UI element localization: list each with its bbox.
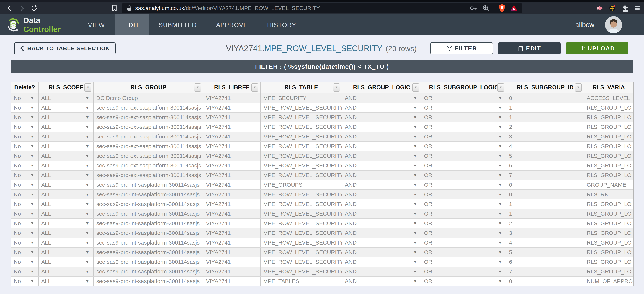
cell-rls_table[interactable]: MPE_ROW_LEVEL_SECURITY [260,209,342,218]
cell-delete?[interactable]: No▼ [11,93,38,103]
cell-rls_subgroup_id[interactable]: 4 [506,238,584,247]
cell-rls_libref[interactable]: VIYA2741 [204,267,260,276]
cell-rls_table[interactable]: MPE_ROW_LEVEL_SECURITY [260,171,342,180]
column-filter-button[interactable]: ▼ [333,83,340,92]
cell-rls_table[interactable]: MPE_ROW_LEVEL_SECURITY [260,267,342,276]
cell-rls_libref[interactable]: VIYA2741 [204,171,260,180]
column-filter-button[interactable]: ▼ [251,83,258,92]
cell-rls_subgroup_logic[interactable]: OR▼ [422,200,506,209]
cell-rls_subgroup_logic[interactable]: OR▼ [422,277,506,286]
cell-rls_varia[interactable]: RLS_GROUP_LO [584,142,634,151]
cell-rls_subgroup_logic[interactable]: OR▼ [422,190,506,199]
browser-back-icon[interactable] [6,4,13,12]
brave-shield-icon[interactable] [498,4,506,12]
nav-item-submitted[interactable]: SUBMITTED [149,14,206,35]
cell-delete?[interactable]: No▼ [11,219,38,228]
cell-rls_varia[interactable]: RLS_GROUP_LO [584,238,634,247]
cell-rls_subgroup_logic[interactable]: OR▼ [422,257,506,267]
cell-rls_group[interactable]: sec-sas9-prd-int-sasplatform-300114sasjs [94,238,204,247]
cell-delete?[interactable]: No▼ [11,257,38,267]
menu-hamburger-icon[interactable] [634,4,641,12]
cell-rls_libref[interactable]: VIYA2741 [204,103,260,112]
cell-delete?[interactable]: No▼ [11,161,38,170]
cell-rls_scope[interactable]: ALL▼ [38,190,94,199]
cell-rls_group_logic[interactable]: AND▼ [342,219,422,228]
cell-rls_varia[interactable]: RLS_GROUP_LO [584,219,634,228]
cell-rls_group_logic[interactable]: AND▼ [342,190,422,199]
cell-rls_libref[interactable]: VIYA2741 [204,228,260,238]
cell-rls_scope[interactable]: ALL▼ [38,248,94,257]
cell-rls_scope[interactable]: ALL▼ [38,267,94,276]
cell-rls_table[interactable]: MPE_SECURITY [260,93,342,103]
zoom-icon[interactable] [482,4,490,12]
cell-delete?[interactable]: No▼ [11,132,38,141]
cell-rls_subgroup_id[interactable]: 5 [506,248,584,257]
cell-rls_scope[interactable]: ALL▼ [38,113,94,122]
cell-rls_group_logic[interactable]: AND▼ [342,257,422,267]
cell-rls_table[interactable]: MPE_ROW_LEVEL_SECURITY [260,113,342,122]
cell-rls_scope[interactable]: ALL▼ [38,257,94,267]
column-filter-button[interactable]: ▼ [575,83,582,92]
cell-rls_subgroup_logic[interactable]: OR▼ [422,122,506,132]
cell-rls_subgroup_logic[interactable]: OR▼ [422,171,506,180]
cell-delete?[interactable]: No▼ [11,277,38,286]
cell-rls_subgroup_id[interactable]: 4 [506,142,584,151]
cell-rls_varia[interactable]: RLS_GROUP_LO [584,209,634,218]
cell-rls_scope[interactable]: ALL▼ [38,180,94,189]
edit-button[interactable]: EDIT [498,42,561,54]
cell-rls_subgroup_logic[interactable]: OR▼ [422,228,506,238]
cell-rls_subgroup_logic[interactable]: OR▼ [422,132,506,141]
filter-button[interactable]: FILTER [430,42,493,54]
cell-rls_table[interactable]: MPE_ROW_LEVEL_SECURITY [260,142,342,151]
cell-rls_group_logic[interactable]: AND▼ [342,161,422,170]
cell-delete?[interactable]: No▼ [11,171,38,180]
cell-rls_group[interactable]: sec-sas9-prd-int-sasplatform-300114sasjs [94,257,204,267]
cell-rls_group_logic[interactable]: AND▼ [342,228,422,238]
cell-rls_libref[interactable]: VIYA2741 [204,180,260,189]
cell-rls_subgroup_logic[interactable]: OR▼ [422,103,506,112]
cell-delete?[interactable]: No▼ [11,267,38,276]
cell-rls_group[interactable]: sec-sas9-prd-ext-sasplatform-300114sasjs [94,142,204,151]
cell-rls_libref[interactable]: VIYA2741 [204,122,260,132]
cell-rls_libref[interactable]: VIYA2741 [204,93,260,103]
user-avatar[interactable] [605,16,622,33]
key-icon[interactable] [470,4,478,12]
cell-rls_libref[interactable]: VIYA2741 [204,113,260,122]
cell-delete?[interactable]: No▼ [11,180,38,189]
cell-rls_group_logic[interactable]: AND▼ [342,103,422,112]
cell-rls_group[interactable]: sec-sas9-prd-int-sasplatform-300114sasjs [94,180,204,189]
cell-delete?[interactable]: No▼ [11,228,38,238]
cell-rls_libref[interactable]: VIYA2741 [204,200,260,209]
cell-rls_subgroup_logic[interactable]: OR▼ [422,142,506,151]
cell-rls_group[interactable]: sec-sas9-prd-int-sasplatform-300114sasjs [94,248,204,257]
cell-rls_table[interactable]: MPE_ROW_LEVEL_SECURITY [260,219,342,228]
browser-reload-icon[interactable] [30,4,38,12]
cell-rls_varia[interactable]: RLS_GROUP_LO [584,113,634,122]
cell-delete?[interactable]: No▼ [11,142,38,151]
cell-rls_scope[interactable]: ALL▼ [38,228,94,238]
cell-delete?[interactable]: No▼ [11,122,38,132]
cell-rls_scope[interactable]: ALL▼ [38,142,94,151]
cell-rls_varia[interactable]: RLS_GROUP_LO [584,200,634,209]
cell-rls_scope[interactable]: ALL▼ [38,219,94,228]
cell-rls_subgroup_id[interactable]: 6 [506,161,584,170]
cell-rls_table[interactable]: MPE_ROW_LEVEL_SECURITY [260,151,342,161]
cell-rls_group_logic[interactable]: AND▼ [342,267,422,276]
cell-rls_group_logic[interactable]: AND▼ [342,151,422,161]
cell-rls_subgroup_id[interactable]: 0 [506,180,584,189]
cell-rls_group[interactable]: sec-sas9-prd-int-sasplatform-300114sasjs [94,209,204,218]
cell-rls_libref[interactable]: VIYA2741 [204,248,260,257]
cell-rls_subgroup_id[interactable]: 6 [506,257,584,267]
column-filter-button[interactable]: ▼ [84,83,92,92]
cell-rls_varia[interactable]: RLS_GROUP_LO [584,122,634,132]
cell-rls_scope[interactable]: ALL▼ [38,103,94,112]
cell-rls_table[interactable]: MPE_GROUPS [260,180,342,189]
nav-item-history[interactable]: HISTORY [258,14,306,35]
cell-rls_libref[interactable]: VIYA2741 [204,209,260,218]
cell-rls_varia[interactable]: RLS_GROUP_LO [584,248,634,257]
bat-icon[interactable] [510,4,518,12]
cell-rls_group[interactable]: sec-sas9-prd-ext-sasplatform-300114sasjs [94,132,204,141]
cell-rls_subgroup_id[interactable]: 1 [506,209,584,218]
cell-rls_scope[interactable]: ALL▼ [38,171,94,180]
cell-rls_table[interactable]: MPE_ROW_LEVEL_SECURITY [260,190,342,199]
